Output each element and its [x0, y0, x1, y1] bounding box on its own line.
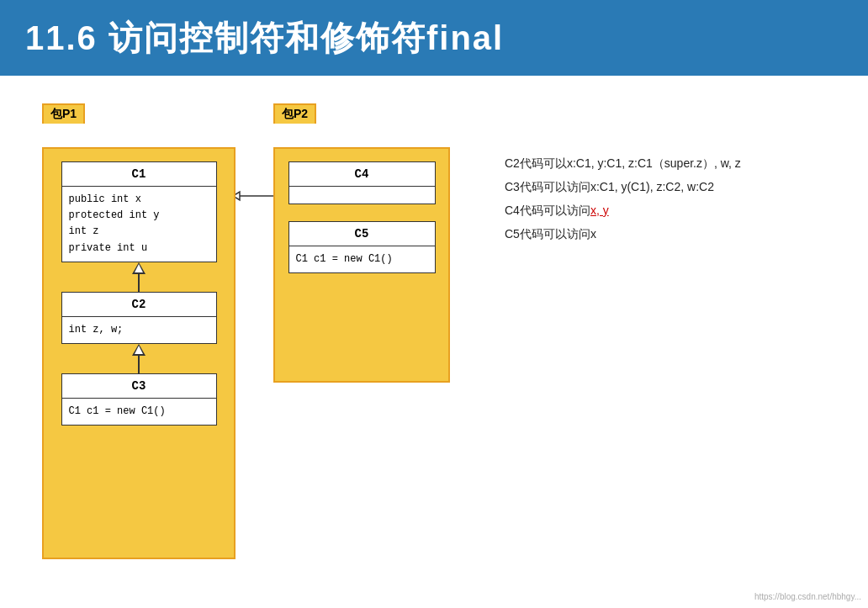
- c3-field-1: C1 c1 = new C1(): [69, 404, 209, 420]
- main-content: 包P1 C1 public int x protected int y int …: [0, 76, 868, 608]
- v-line-c3: [138, 356, 140, 373]
- class-c3-name: C3: [62, 374, 216, 399]
- class-c5-body: C1 c1 = new C1(): [289, 246, 435, 272]
- inherit-triangle-c2: [132, 262, 146, 274]
- annotation-line2: C3代码可以访问x:C1, y(C1), z:C2, w:C2: [505, 175, 834, 198]
- package-p2-wrapper: 包P2 C4 C5 C1 c1 = new C1(): [273, 122, 450, 383]
- annotation-line4: C5代码可以访问x: [505, 222, 834, 246]
- watermark: https://blog.csdn.net/hbhgy...: [754, 592, 861, 601]
- header: 11.6 访问控制符和修饰符final: [0, 0, 868, 76]
- package-p1: C1 public int x protected int y int z pr…: [42, 147, 236, 559]
- class-c1: C1 public int x protected int y int z pr…: [61, 161, 217, 262]
- class-c4-name: C4: [289, 162, 435, 187]
- c2-field-1: int z, w;: [69, 322, 209, 338]
- annotations-area: C2代码可以x:C1, y:C1, z:C1（super.z）, w, z C3…: [505, 151, 834, 583]
- c1-field-1: public int x: [69, 192, 209, 208]
- annotation-line3-highlight: x, y: [590, 204, 609, 217]
- annotation-line3: C4代码可以访问x, y: [505, 198, 834, 222]
- annotation-line1: C2代码可以x:C1, y:C1, z:C1（super.z）, w, z: [505, 151, 834, 175]
- package-p2: C4 C5 C1 c1 = new C1(): [273, 147, 450, 383]
- c5-field-1: C1 c1 = new C1(): [296, 251, 428, 267]
- v-line-c2: [138, 274, 140, 292]
- class-c2: C2 int z, w;: [61, 292, 217, 344]
- inherit-triangle-c3: [132, 344, 146, 356]
- c1-field-3: int z: [69, 224, 209, 240]
- class-c4-body-empty: [289, 187, 435, 204]
- annotation-line3-prefix: C4代码可以访问: [505, 204, 590, 217]
- class-c3-body: C1 c1 = new C1(): [62, 399, 216, 425]
- class-c1-body: public int x protected int y int z priva…: [62, 187, 216, 262]
- class-c2-name: C2: [62, 293, 216, 317]
- class-c2-body: int z, w;: [62, 317, 216, 343]
- class-c1-name: C1: [62, 162, 216, 187]
- inherit-c1-c2: [132, 262, 146, 292]
- class-c5-name: C5: [289, 222, 435, 246]
- c1-field-4: private int u: [69, 241, 209, 256]
- c1-field-2: protected int y: [69, 208, 209, 224]
- class-c3: C3 C1 c1 = new C1(): [61, 373, 217, 426]
- header-title: 11.6 访问控制符和修饰符final: [25, 15, 504, 61]
- inherit-c2-c3: [132, 344, 146, 373]
- package-p1-label: 包P1: [42, 103, 85, 124]
- package-p2-label: 包P2: [273, 103, 316, 124]
- class-c5: C5 C1 c1 = new C1(): [288, 221, 436, 273]
- package-p1-wrapper: 包P1 C1 public int x protected int y int …: [42, 122, 236, 559]
- diagram-wrapper: 包P1 C1 public int x protected int y int …: [34, 101, 471, 583]
- class-c4: C4: [288, 161, 436, 204]
